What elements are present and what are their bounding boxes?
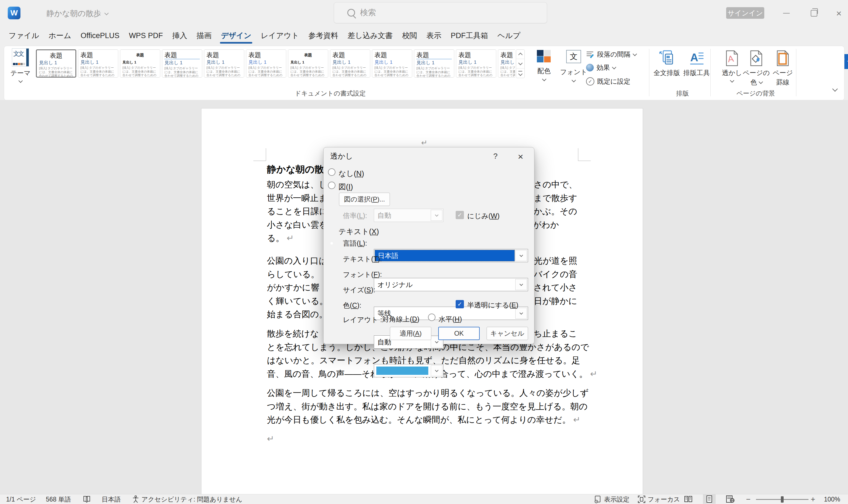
menu-tab-レイアウト[interactable]: レイアウト [256, 26, 304, 45]
dialog-title: 透かし [330, 151, 353, 161]
language-combobox[interactable]: 日本語 [374, 249, 528, 262]
paragraph-spacing-icon [586, 50, 594, 58]
doc-line-fragment: 日が静かに [534, 295, 577, 307]
radio-no-watermark[interactable] [328, 168, 335, 176]
paragraph-spacing-button[interactable]: 段落の間隔 [586, 50, 636, 59]
menu-tab-PDF工具箱[interactable]: PDF工具箱 [446, 26, 493, 45]
view-settings-button[interactable]: 表示設定 [594, 494, 629, 504]
style-set-card-2[interactable]: 表題見出し 1[挿入] タブのギャラリーには、文書全体の体裁に合わせて調整するた… [78, 49, 118, 77]
zoom-level[interactable]: 100% [824, 494, 840, 504]
style-set-card-5[interactable]: 表題見出し 1[挿入] タブのギャラリーには、文書全体の体裁に合わせて調整するた… [204, 49, 244, 77]
chevron-down-icon [571, 78, 576, 83]
zoom-in-button[interactable]: + [811, 494, 815, 504]
set-default-button[interactable]: ✓ 既定に設定 [586, 77, 630, 86]
search-input[interactable]: 検索 [334, 2, 547, 23]
radio-no-watermark-label[interactable]: なし(N) [339, 169, 364, 179]
menu-tab-描画[interactable]: 描画 [192, 26, 216, 45]
document-title[interactable]: 静かな朝の散歩 [47, 8, 108, 19]
menu-tab-参考資料[interactable]: 参考資料 [304, 26, 343, 45]
print-layout-button[interactable] [703, 494, 716, 504]
chevron-down-icon [104, 11, 109, 15]
menu-tab-表示[interactable]: 表示 [422, 26, 446, 45]
radio-layout-horizontal[interactable] [428, 313, 435, 321]
style-set-gallery: 表題見出し 1[挿入] タブのギャラリーには、文書全体の体裁に合わせて調整するた… [36, 49, 515, 79]
radio-layout-horizontal-label[interactable]: 水平(H) [438, 314, 462, 324]
style-set-card-4[interactable]: 表題見出し 1[挿入] タブのギャラリーには、文書全体の体裁に合わせて調整するた… [162, 49, 202, 77]
cancel-button[interactable]: キャンセル [487, 327, 528, 340]
check-icon: ✓ [586, 77, 594, 86]
style-set-card-9[interactable]: 表題見出し 1[挿入] タブのギャラリーには、文書全体の体裁に合わせて調整するた… [372, 49, 412, 77]
read-mode-button[interactable] [682, 494, 695, 504]
radio-text-watermark-label[interactable]: テキスト(X) [339, 227, 379, 236]
semitransparent-checkbox[interactable]: ✓ [456, 300, 464, 308]
select-picture-button[interactable]: 図の選択(P)... [339, 193, 390, 206]
color-combobox[interactable] [374, 364, 444, 377]
full-text-layout-button[interactable]: 全文排版 [652, 50, 681, 77]
chevron-down-icon[interactable] [431, 365, 443, 376]
style-set-card-6[interactable]: 表題見出し 1[挿入] タブのギャラリーには、文書全体の体裁に合わせて調整するた… [246, 49, 286, 77]
sign-in-button[interactable]: サインイン [726, 7, 764, 19]
gallery-more-button[interactable] [516, 69, 524, 77]
restore-button[interactable] [809, 8, 819, 19]
proofing-icon[interactable] [83, 494, 91, 504]
page-borders-button[interactable]: ページ 罫線 [769, 50, 797, 87]
menu-tab-ヘルプ[interactable]: ヘルプ [493, 26, 525, 45]
menu-tab-WPS PDF[interactable]: WPS PDF [124, 26, 168, 45]
radio-picture-watermark-label[interactable]: 図(I) [339, 182, 353, 192]
gallery-scroll-up-button[interactable] [516, 50, 524, 59]
fonts-icon: 文 [566, 50, 581, 63]
menu-tab-校閲[interactable]: 校閲 [397, 26, 422, 45]
page-color-button[interactable]: ページの 色 [742, 50, 770, 87]
accessibility-status[interactable]: アクセシビリティ: 問題ありません [132, 494, 242, 504]
apply-button[interactable]: 適用(A) [390, 327, 431, 340]
style-set-card-12[interactable]: 表題見出し 1[挿入] タブのギャラリーには、文書全体の体裁に合わせて調整するた… [498, 49, 515, 77]
close-icon[interactable]: × [514, 151, 527, 163]
chevron-down-icon[interactable] [515, 279, 527, 290]
style-set-card-3[interactable]: 表題見出し 1[挿入] タブのギャラリーには、文書全体の体裁に合わせて調整するた… [120, 49, 160, 77]
page-indicator[interactable]: 1/1 ページ [6, 494, 36, 504]
paragraph-mark: ↵ [421, 138, 428, 147]
menu-tab-OfficePLUS[interactable]: OfficePLUS [76, 26, 124, 45]
zoom-out-button[interactable]: − [746, 494, 750, 504]
scale-label: 倍率(L): [343, 211, 367, 220]
text-combobox[interactable]: オリジナル [374, 278, 528, 291]
menu-tab-ファイル[interactable]: ファイル [4, 26, 44, 45]
style-set-card-10[interactable]: 表題見出し 1[挿入] タブのギャラリーには、文書全体の体裁に合わせて調整するた… [414, 49, 454, 77]
themes-button[interactable]: 文文 テーマ [8, 48, 32, 90]
minimize-button[interactable] [781, 8, 792, 19]
layout-tools-button[interactable]: A 排版工具 [682, 50, 711, 77]
menu-tab-デザイン[interactable]: デザイン [216, 26, 256, 45]
language-indicator[interactable]: 日本語 [102, 494, 121, 504]
watermark-icon: A [726, 50, 738, 66]
layout-label: レイアウト : [343, 315, 382, 324]
zoom-slider-thumb[interactable] [781, 496, 784, 503]
chevron-down-icon[interactable] [515, 250, 527, 261]
menu-tab-ホーム[interactable]: ホーム [44, 26, 76, 45]
gallery-scroll-down-button[interactable] [516, 59, 524, 69]
menu-tab-差し込み文書[interactable]: 差し込み文書 [343, 26, 397, 45]
help-button[interactable]: ? [489, 152, 502, 163]
menu-tab-挿入[interactable]: 挿入 [168, 26, 192, 45]
word-count[interactable]: 568 単語 [46, 494, 71, 504]
page-borders-icon [776, 50, 789, 66]
style-set-card-11[interactable]: 表題見出し 1[挿入] タブのギャラリーには、文書全体の体裁に合わせて調整するた… [456, 49, 496, 77]
gallery-scroll [516, 49, 525, 78]
colors-button[interactable]: 配色 [537, 50, 551, 80]
style-set-card-8[interactable]: 表題見出し 1[挿入] タブのギャラリーには、文書全体の体裁に合わせて調整するた… [330, 49, 370, 77]
doc-line: 小さな白い雲を [267, 219, 328, 231]
watermark-button[interactable]: A 透かし [719, 50, 745, 82]
focus-button[interactable]: フォーカス [638, 494, 680, 504]
effects-button[interactable]: 効果 [586, 63, 616, 72]
word-app-icon: W [8, 7, 20, 19]
ok-button[interactable]: OK [438, 327, 480, 340]
semitransparent-label[interactable]: 半透明にする(E) [467, 301, 518, 310]
style-set-card-1[interactable]: 表題見出し 1[挿入] タブのギャラリーには、文書全体の体裁に合わせて調整するた… [36, 49, 76, 77]
radio-layout-diagonal-label[interactable]: 対角線上(D) [382, 314, 419, 324]
close-window-button[interactable]: × [833, 8, 844, 19]
radio-picture-watermark[interactable] [328, 182, 335, 189]
fonts-button[interactable]: 文 フォント [560, 50, 587, 82]
chevron-down-icon [730, 78, 734, 83]
web-layout-button[interactable] [724, 494, 737, 504]
collapse-ribbon-icon[interactable] [832, 86, 838, 92]
style-set-card-7[interactable]: 表題見出し 1[挿入] タブのギャラリーには、文書全体の体裁に合わせて調整するた… [288, 49, 328, 77]
